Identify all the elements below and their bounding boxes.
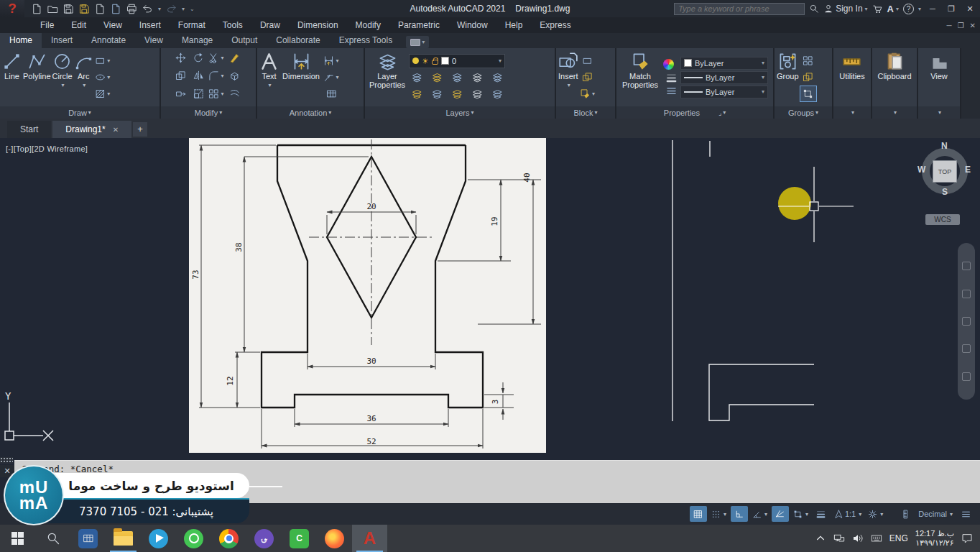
speaker-icon[interactable] xyxy=(852,533,864,544)
sign-in-caret-icon[interactable]: ▾ xyxy=(865,6,868,12)
redo-icon[interactable] xyxy=(166,4,177,14)
plot-icon[interactable] xyxy=(95,4,106,14)
autodesk-app-button[interactable]: A▾ xyxy=(887,4,899,14)
properties-panel-label[interactable]: Properties⌟ xyxy=(616,106,773,119)
groups-panel-label[interactable]: Groups xyxy=(775,106,832,119)
viewcube-north[interactable]: N xyxy=(941,141,948,151)
taskbar-autocad-icon[interactable]: A xyxy=(352,525,387,552)
table-tool-icon[interactable] xyxy=(323,86,339,101)
viewcube-west[interactable]: W xyxy=(917,165,925,175)
save-as-icon[interactable] xyxy=(79,4,90,14)
ribbon-tab[interactable]: Express Tools xyxy=(330,33,402,48)
layer-isolate-icon[interactable] xyxy=(429,70,445,85)
layer-match-icon[interactable] xyxy=(489,70,505,85)
layer-paint-icon[interactable] xyxy=(489,86,505,101)
help-caret-icon[interactable]: ▾ xyxy=(918,6,921,12)
block-panel-label[interactable]: Block xyxy=(556,106,615,119)
new-tab-button[interactable]: + xyxy=(133,122,147,137)
sign-in-button[interactable]: Sign In ▾ xyxy=(823,4,867,14)
linetype-list-icon[interactable] xyxy=(663,86,679,96)
menu-item[interactable]: Help xyxy=(496,17,532,33)
nav-wheel-icon[interactable] xyxy=(962,262,971,270)
modify-panel-label[interactable]: Modify xyxy=(161,106,256,119)
store-cart-icon[interactable] xyxy=(872,4,883,14)
undo-caret-icon[interactable]: ▾ xyxy=(158,6,161,12)
save-icon[interactable] xyxy=(63,4,74,14)
nav-pan-icon[interactable] xyxy=(962,290,971,298)
start-button[interactable] xyxy=(0,525,35,552)
nav-zoom-icon[interactable] xyxy=(962,317,971,326)
navigation-bar[interactable] xyxy=(958,243,975,400)
isometric-drafting-toggle[interactable] xyxy=(772,506,789,522)
settings-gear-button[interactable] xyxy=(866,506,885,522)
lineweight-toggle[interactable] xyxy=(813,506,830,522)
stretch-tool-icon[interactable] xyxy=(172,86,188,101)
layer-prev-icon[interactable] xyxy=(429,86,445,101)
menu-item[interactable]: Draw xyxy=(251,17,289,33)
grid-toggle[interactable] xyxy=(690,506,707,522)
taskbar-search-button[interactable] xyxy=(35,525,70,552)
utilities-panel-label[interactable] xyxy=(833,106,871,119)
redo-caret-icon[interactable]: ▾ xyxy=(182,6,185,12)
taskbar-whatsapp-icon[interactable] xyxy=(176,525,211,552)
ribbon-tab[interactable]: Annotate xyxy=(82,33,135,48)
annotation-scale-button[interactable]: 1:1 xyxy=(832,506,864,522)
edit-attributes-icon[interactable] xyxy=(580,70,596,85)
viewcube-top-face[interactable]: TOP xyxy=(933,160,957,183)
ribbon-tab[interactable]: Collaborate xyxy=(267,33,329,48)
layer-unlock2-icon[interactable] xyxy=(469,86,485,101)
taskbar-telegram-icon[interactable] xyxy=(141,525,176,552)
dialog-launcher-icon[interactable]: ⌟ xyxy=(718,109,721,116)
scale-tool-icon[interactable] xyxy=(190,86,206,101)
ribbon-tab[interactable]: Home xyxy=(0,33,42,48)
ribbon-tab[interactable]: Manage xyxy=(172,33,222,48)
move-tool-icon[interactable] xyxy=(172,50,188,65)
offset-tool-icon[interactable] xyxy=(226,86,242,101)
autocad-logo-icon[interactable]: ? xyxy=(0,0,24,17)
block-editor-icon[interactable] xyxy=(580,86,596,101)
menu-item[interactable]: Parametric xyxy=(389,17,448,33)
snap-toggle[interactable] xyxy=(709,506,729,522)
language-indicator[interactable]: ENG xyxy=(889,533,908,543)
create-block-icon[interactable] xyxy=(580,53,596,68)
group-edit-icon[interactable] xyxy=(800,70,816,85)
tab-drawing1[interactable]: Drawing1* ✕ xyxy=(52,121,131,138)
polar-tracking-toggle[interactable] xyxy=(750,506,769,522)
insert-block-button[interactable]: Insert xyxy=(558,50,578,105)
taskbar-chrome-icon[interactable] xyxy=(211,525,246,552)
view-button[interactable]: View xyxy=(930,50,949,105)
close-button[interactable]: ✕ xyxy=(963,4,977,14)
notification-center-icon[interactable] xyxy=(961,533,973,544)
search-input[interactable] xyxy=(674,3,805,15)
line-button[interactable]: Line xyxy=(2,50,22,105)
circle-button[interactable]: Circle xyxy=(52,50,73,105)
mirror-tool-icon[interactable] xyxy=(190,68,206,83)
layer-freeze-icon[interactable] xyxy=(449,70,465,85)
linetype-caret-icon[interactable]: ▾ xyxy=(762,88,764,95)
restore-button[interactable]: ❐ xyxy=(944,4,958,14)
ortho-toggle[interactable] xyxy=(731,506,748,522)
clipboard-button[interactable]: Clipboard xyxy=(874,50,915,105)
customization-menu-button[interactable] xyxy=(957,506,974,522)
layer-on2-icon[interactable] xyxy=(409,86,425,101)
viewcube[interactable]: N W E S TOP xyxy=(920,142,970,206)
wcs-menu[interactable]: WCS xyxy=(925,214,960,225)
erase-tool-icon[interactable] xyxy=(226,50,242,65)
annotation-panel-label[interactable]: Annotation xyxy=(257,106,364,119)
undo-icon[interactable] xyxy=(142,4,153,14)
minimize-button[interactable]: ─ xyxy=(925,4,940,13)
color-wheel-icon[interactable] xyxy=(663,59,674,70)
array-tool-icon[interactable] xyxy=(208,86,224,101)
layer-lock-icon[interactable] xyxy=(469,70,485,85)
menu-item[interactable]: Edit xyxy=(63,17,95,33)
tab-close-icon[interactable]: ✕ xyxy=(113,126,119,134)
match-properties-button[interactable]: Match Properties xyxy=(619,50,662,105)
copy-tool-icon[interactable] xyxy=(172,68,188,83)
ungroup-icon[interactable] xyxy=(800,53,816,68)
taskbar-camtasia-icon[interactable]: C xyxy=(282,525,317,552)
taskbar-firefox-icon[interactable] xyxy=(317,525,352,552)
export-icon[interactable] xyxy=(111,4,121,14)
menu-item[interactable]: Window xyxy=(448,17,496,33)
network-icon[interactable] xyxy=(833,533,845,544)
ellipse-tool-icon[interactable] xyxy=(95,70,111,85)
